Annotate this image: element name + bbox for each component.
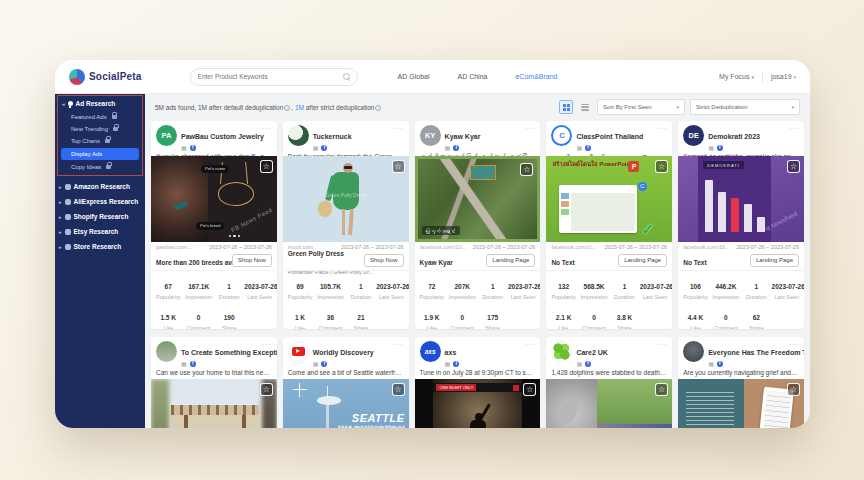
- info-icon[interactable]: i: [284, 105, 290, 111]
- toolbar-controls: Sort By First Seen▾ Strict Deduplication…: [559, 99, 800, 115]
- sidebar-item-top-charts[interactable]: Top Charts: [58, 135, 142, 147]
- chevron-down-icon: ▾: [791, 104, 794, 110]
- landing-page-button[interactable]: Landing Page: [486, 254, 535, 267]
- expand-arrow-icon: ▸: [59, 214, 62, 220]
- brand-logo[interactable]: SocialPeta: [69, 69, 142, 85]
- advertiser-name[interactable]: To Create Something Exceptio...: [181, 349, 277, 356]
- advertiser-name[interactable]: axs: [445, 349, 457, 356]
- favorite-star-icon[interactable]: ☆: [260, 383, 273, 396]
- ad-domain[interactable]: facebook.com/10...: [683, 244, 729, 250]
- primary-nav: AD Global AD China eCom&Brand: [398, 73, 558, 80]
- sidebar-item-amazon-research[interactable]: ▸ Amazon Research: [55, 179, 145, 194]
- more-options-icon[interactable]: ···: [789, 341, 799, 348]
- advertiser-name[interactable]: Worldly Discovery: [313, 349, 374, 356]
- image-headline: สร้างสไลด์โดนใจ PowerPoint: [552, 161, 640, 169]
- ad-creative[interactable]: Pet's name Pet's breed FB News Feed ☆: [151, 156, 277, 242]
- sort-select[interactable]: Sort By First Seen▾: [597, 99, 685, 115]
- search-icon[interactable]: [343, 73, 350, 80]
- ad-domain[interactable]: facebook.com/cl...: [551, 244, 595, 250]
- favorite-star-icon[interactable]: ☆: [520, 163, 533, 176]
- shop-now-button[interactable]: Shop Now: [364, 254, 404, 267]
- ad-creative[interactable]: SEATTLE WASHINGTON ☆: [283, 379, 409, 428]
- sidebar-item-display-ads[interactable]: Display Ads: [61, 148, 139, 160]
- favorite-star-icon[interactable]: ☆: [655, 383, 668, 396]
- network-icon: ▦: [181, 145, 187, 151]
- ad-card[interactable]: DE Demokrati 2023 ▦f ··· Kampaň sa rozbi…: [678, 121, 804, 329]
- beach-photo: [597, 424, 672, 428]
- sidebar-item-featured-ads[interactable]: Featured Ads: [58, 111, 142, 123]
- search-input[interactable]: [198, 73, 343, 80]
- more-options-icon[interactable]: ···: [525, 341, 535, 348]
- advertiser-name[interactable]: Kyaw Kyar: [445, 133, 481, 140]
- ad-text: 1,428 dolphins were stabbed to death in …: [546, 368, 672, 379]
- shop-now-button[interactable]: Shop Now: [232, 254, 272, 267]
- advertiser-name[interactable]: Tuckernuck: [313, 133, 352, 140]
- advertiser-name[interactable]: ClassPoint Thailand: [576, 133, 643, 140]
- expand-arrow-icon: ▸: [59, 184, 62, 190]
- more-options-icon[interactable]: ···: [394, 341, 404, 348]
- pergola: [171, 405, 259, 415]
- sidebar-item-copy-ideas[interactable]: Copy Ideas: [58, 161, 142, 173]
- ad-card[interactable]: axs axs ▦f ··· Tune in on July 28 at 9:3…: [415, 337, 541, 428]
- favorite-star-icon[interactable]: ☆: [392, 383, 405, 396]
- favorite-star-icon[interactable]: ☆: [787, 383, 800, 396]
- ad-creative[interactable]: ONE NIGHT ONLY ☆: [415, 379, 541, 428]
- list-view-button[interactable]: [578, 100, 592, 114]
- more-options-icon[interactable]: ···: [525, 125, 535, 132]
- sidebar-item-aliexpress-research[interactable]: ▸ AliExpress Research: [55, 194, 145, 209]
- sidebar-item-new-trending[interactable]: New Trending: [58, 123, 142, 135]
- favorite-star-icon[interactable]: ☆: [787, 160, 800, 173]
- more-options-icon[interactable]: ···: [262, 341, 272, 348]
- deduplication-select[interactable]: Strict Deduplication▾: [690, 99, 800, 115]
- ad-card[interactable]: To Create Something Exceptio... ▦f ··· C…: [151, 337, 277, 428]
- ad-creative[interactable]: DEMOKRATI FB NewsFeed ☆: [678, 156, 804, 242]
- advertiser-name[interactable]: Everyone Has The Freedom To...: [708, 349, 804, 356]
- nav-ad-china[interactable]: AD China: [458, 73, 488, 80]
- ad-card[interactable]: Tuckernuck ▦f ··· Back by popular demand…: [283, 121, 409, 329]
- my-focus-menu[interactable]: My Focus ▾: [719, 73, 754, 80]
- advertiser-name[interactable]: Care2 UK: [576, 349, 608, 356]
- ad-card[interactable]: Worldly Discovery ▦f ··· Come and see a …: [283, 337, 409, 428]
- ad-creative[interactable]: ☆: [151, 379, 277, 428]
- user-menu[interactable]: josa19 ▾: [771, 73, 796, 80]
- favorite-star-icon[interactable]: ☆: [392, 160, 405, 173]
- ad-creative[interactable]: ☆: [546, 379, 672, 428]
- favorite-star-icon[interactable]: ☆: [655, 160, 668, 173]
- ad-creative[interactable]: ☆: [678, 379, 804, 428]
- chevron-down-icon: ▾: [676, 104, 679, 110]
- ad-card[interactable]: Everyone Has The Freedom To... ▦f ··· Ar…: [678, 337, 804, 428]
- more-options-icon[interactable]: ···: [262, 125, 272, 132]
- ad-domain[interactable]: pawbau.com...: [156, 244, 192, 250]
- grid-view-button[interactable]: [559, 100, 573, 114]
- network-icon: ▦: [445, 361, 451, 367]
- facebook-icon: f: [190, 145, 196, 151]
- sidebar-item-shopify-research[interactable]: ▸ Shopify Research: [55, 209, 145, 224]
- offer-title: No Text: [551, 259, 574, 266]
- card-header: PA PawBau Custom Jewelry ▦f ···: [151, 121, 277, 152]
- ad-creative[interactable]: Green Polly Dress ☆: [283, 156, 409, 242]
- nav-ecom-brand[interactable]: eCom&Brand: [515, 73, 557, 80]
- ad-creative[interactable]: မြေကွက်အရောင်း ☆: [415, 156, 541, 242]
- search-box[interactable]: [190, 68, 358, 86]
- nav-ad-global[interactable]: AD Global: [398, 73, 430, 80]
- favorite-star-icon[interactable]: ☆: [523, 383, 536, 396]
- favorite-star-icon[interactable]: ☆: [260, 160, 273, 173]
- landing-page-button[interactable]: Landing Page: [750, 254, 799, 267]
- advertiser-name[interactable]: PawBau Custom Jewelry: [181, 133, 264, 140]
- ad-card[interactable]: C ClassPoint Thailand ▦f ··· การสร้างเกม…: [546, 121, 672, 329]
- ad-card[interactable]: PA PawBau Custom Jewelry ▦f ··· If you'r…: [151, 121, 277, 329]
- info-icon[interactable]: i: [375, 105, 381, 111]
- sidebar-item-store-research[interactable]: ▸ Store Research: [55, 239, 145, 254]
- ad-creative[interactable]: สร้างสไลด์โดนใจ PowerPoint P C ✓ ☆: [546, 156, 672, 242]
- sidebar-item-etsy-research[interactable]: ▸ Etsy Research: [55, 224, 145, 239]
- sidebar-item-ad-research[interactable]: ◂ Ad Research: [58, 96, 142, 111]
- more-options-icon[interactable]: ···: [394, 125, 404, 132]
- more-options-icon[interactable]: ···: [657, 341, 667, 348]
- ad-domain[interactable]: facebook.com/10...: [420, 244, 466, 250]
- advertiser-name[interactable]: Demokrati 2023: [708, 133, 760, 140]
- ad-card[interactable]: Care2 UK ▦f ··· 1,428 dolphins were stab…: [546, 337, 672, 428]
- ad-card[interactable]: KY Kyaw Kyar ▦f ··· ရင်းနှီးသောဈေးနှုန်း…: [415, 121, 541, 329]
- more-options-icon[interactable]: ···: [789, 125, 799, 132]
- landing-page-button[interactable]: Landing Page: [618, 254, 667, 267]
- more-options-icon[interactable]: ···: [657, 125, 667, 132]
